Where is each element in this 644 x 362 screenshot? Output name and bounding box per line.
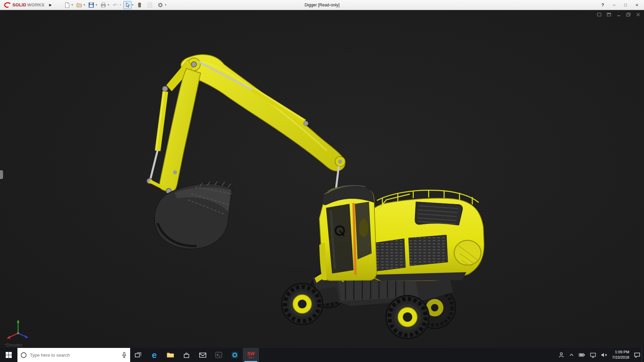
file-explorer-icon xyxy=(166,352,174,358)
reference-triad xyxy=(4,316,33,340)
doc-close-icon[interactable] xyxy=(636,12,641,17)
doc-restore-icon[interactable] xyxy=(626,12,631,17)
titlebar: SOLIDWORKS ▶ ▾ ▾ ▾ ▾ xyxy=(0,0,644,10)
edge-button[interactable]: e xyxy=(146,348,162,362)
feature-panel-tab[interactable] xyxy=(0,170,3,179)
help-button[interactable]: ? xyxy=(600,2,605,7)
doc-window-icon[interactable] xyxy=(606,12,611,17)
taskbar-clock[interactable]: 1:09 PM 7/23/2018 xyxy=(612,350,629,360)
save-button[interactable]: ▾ xyxy=(87,1,97,9)
boom-arm xyxy=(181,55,345,194)
network-icon[interactable] xyxy=(590,352,596,358)
console-app-button[interactable]: >_ xyxy=(211,348,227,362)
media-app-button[interactable] xyxy=(227,348,243,362)
select-tool-button[interactable]: ▾ xyxy=(123,1,133,9)
people-icon[interactable] xyxy=(558,352,565,358)
solidworks-2017-icon: SW 2017 xyxy=(247,351,255,359)
excavator-model xyxy=(147,55,484,339)
microphone-icon[interactable] xyxy=(121,352,127,358)
ds-swoosh-icon xyxy=(3,2,11,8)
chevron-down-icon[interactable]: ▾ xyxy=(165,3,166,6)
print-icon[interactable] xyxy=(99,1,107,9)
quick-toolbar: ▾ ▾ ▾ ▾ ▾ xyxy=(63,1,166,9)
search-input[interactable] xyxy=(30,353,118,358)
engine-hood xyxy=(415,202,463,225)
undo-icon[interactable] xyxy=(111,1,119,9)
windows-logo-icon xyxy=(5,352,12,358)
task-view-button[interactable] xyxy=(130,348,146,362)
clock-time: 1:09 PM xyxy=(612,350,629,355)
graphics-viewport[interactable]: *Dimetric xyxy=(0,10,644,348)
media-app-icon xyxy=(231,351,238,359)
store-button[interactable] xyxy=(178,348,195,362)
select-cursor-icon[interactable] xyxy=(123,1,131,9)
new-document-button[interactable]: ▾ xyxy=(63,1,73,9)
file-explorer-button[interactable] xyxy=(162,348,178,362)
logo-text-solid: SOLID xyxy=(12,2,26,7)
doc-minimize-icon[interactable] xyxy=(616,12,621,17)
file-properties-button[interactable] xyxy=(146,1,154,9)
print-button[interactable]: ▾ xyxy=(99,1,109,9)
doc-window-icon[interactable] xyxy=(597,12,602,17)
mail-button[interactable] xyxy=(195,348,211,362)
chevron-down-icon[interactable]: ▾ xyxy=(71,3,73,6)
logo-text-works: WORKS xyxy=(27,2,44,7)
console-icon: >_ xyxy=(215,351,222,359)
new-document-icon[interactable] xyxy=(63,1,71,9)
digger-3d-model[interactable] xyxy=(0,10,644,348)
view-orientation-label: *Dimetric xyxy=(5,343,22,348)
chevron-down-icon[interactable]: ▾ xyxy=(96,3,97,6)
chevron-down-icon[interactable]: ▾ xyxy=(132,3,133,6)
svg-text:>_: >_ xyxy=(217,354,220,357)
rebuild-button[interactable] xyxy=(136,1,144,9)
wheel-rear-near xyxy=(386,296,429,339)
taskbar-search[interactable] xyxy=(17,348,130,362)
maximize-button[interactable]: □ xyxy=(623,2,628,7)
solidworks-logo: SOLIDWORKS xyxy=(0,2,45,8)
menu-flyout-arrow[interactable]: ▶ xyxy=(48,2,53,7)
side-grille-right xyxy=(409,235,448,266)
open-folder-icon[interactable] xyxy=(75,1,83,9)
task-view-icon xyxy=(135,352,142,358)
system-tray: 1:09 PM 7/23/2018 xyxy=(558,348,642,362)
clock-date: 7/23/2018 xyxy=(612,355,629,360)
operator-seat xyxy=(359,219,368,237)
hidden-icons-chevron[interactable] xyxy=(569,353,574,357)
battery-icon[interactable] xyxy=(579,352,585,358)
show-desktop-button[interactable] xyxy=(642,348,644,362)
cab xyxy=(319,186,377,281)
store-bag-icon xyxy=(183,352,190,359)
rebuild-traffic-light-icon[interactable] xyxy=(136,1,144,9)
options-gear-icon[interactable] xyxy=(156,1,164,9)
windows-taskbar: e >_ xyxy=(0,348,644,362)
upper-body xyxy=(366,190,484,281)
start-button[interactable] xyxy=(0,348,17,362)
save-floppy-icon[interactable] xyxy=(87,1,95,9)
close-button[interactable]: × xyxy=(635,2,639,8)
options-button[interactable]: ▾ xyxy=(156,1,166,9)
cortana-icon xyxy=(21,352,26,358)
open-button[interactable]: ▾ xyxy=(75,1,85,9)
chevron-down-icon[interactable]: ▾ xyxy=(120,3,121,6)
stick-arm xyxy=(147,60,201,194)
x-axis-red xyxy=(9,333,18,338)
file-properties-icon[interactable] xyxy=(146,1,154,9)
action-center-icon[interactable] xyxy=(634,352,641,358)
chevron-down-icon[interactable]: ▾ xyxy=(84,3,85,6)
document-window-controls xyxy=(597,12,641,17)
solidworks-taskbar-button[interactable]: SW 2017 xyxy=(243,348,259,362)
minimize-button[interactable]: – xyxy=(612,2,616,7)
mail-envelope-icon xyxy=(199,352,207,358)
z-axis-blue xyxy=(18,333,26,337)
edge-icon: e xyxy=(152,351,157,359)
undo-button[interactable]: ▾ xyxy=(111,1,121,9)
solidworks-window: SOLIDWORKS ▶ ▾ ▾ ▾ ▾ xyxy=(0,0,644,362)
chevron-down-icon[interactable]: ▾ xyxy=(108,3,109,6)
wheel-front-near xyxy=(282,284,323,324)
volume-muted-icon[interactable] xyxy=(601,352,608,358)
window-controls: ? – □ × xyxy=(600,2,644,8)
